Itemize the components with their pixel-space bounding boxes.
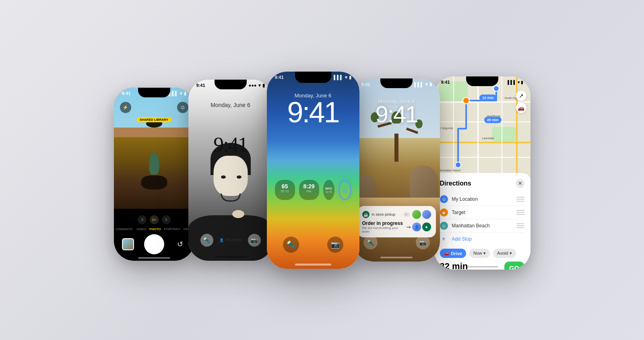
zoom-1x[interactable]: 1×	[150, 215, 159, 224]
personal-text: Personal	[225, 238, 241, 242]
wifi-icon: ▾	[518, 80, 520, 84]
go-button[interactable]: GO	[504, 262, 524, 270]
flashlight-icon[interactable]: 🔦	[283, 237, 299, 253]
flashlight-icon[interactable]: 🔦	[363, 235, 378, 249]
battery-icon: ▮	[349, 75, 351, 80]
status-icons: ▌▌▌ ▾ ▮	[508, 80, 523, 84]
shared-library-badge[interactable]: SHARED LIBRARY	[136, 117, 171, 122]
flip-camera-icon[interactable]: ↺	[174, 238, 186, 250]
home-indicator	[466, 266, 498, 268]
drive-label: Drive	[451, 251, 462, 256]
camera-top-icons: ⚡ SHARED LIBRARY ⊙	[114, 102, 194, 113]
now-button[interactable]: Now ▾	[469, 249, 490, 258]
time-widget[interactable]: 8:29 PM	[299, 180, 319, 200]
directions-panel: Directions ✕ ⊙ My Location ◉ Targ	[434, 173, 530, 270]
phones-container: 9:41 ▌▌▌ ▾ ▮ ⚡ SHARED LIBRARY ⊙	[90, 54, 555, 286]
map-area[interactable]: Hawthorne South Inglewood Lawndale Manha…	[434, 76, 530, 177]
battery-icon: ▮	[184, 91, 186, 96]
mode-video[interactable]: VIDEO	[136, 227, 146, 231]
phone-camera: 9:41 ▌▌▌ ▾ ▮ ⚡ SHARED LIBRARY ⊙	[114, 88, 194, 261]
car-mode-icon[interactable]: 🚗	[516, 103, 526, 113]
status-time: 9:41	[122, 91, 131, 96]
settings-icon[interactable]: ⊙	[177, 102, 188, 113]
shutter-row: ↺	[114, 234, 194, 254]
mode-portrait[interactable]: PORTRAIT	[164, 227, 180, 231]
lock-date: Monday, June 6	[188, 102, 273, 108]
flash-icon[interactable]: ⚡	[120, 102, 131, 113]
signal-icon: ▌▌▌	[169, 91, 178, 96]
directions-row-add-stop[interactable]: + Add Stop	[440, 233, 524, 245]
flashlight-icon[interactable]: 🔦	[200, 234, 213, 247]
phone-colorful-lock: 9:41 ▌▌▌ ▾ ▮ Monday, June 6 9:41 65 55 7…	[267, 72, 359, 269]
notch	[138, 88, 170, 97]
zoom-half[interactable]: .5	[138, 215, 147, 224]
shutter-button[interactable]	[144, 234, 164, 254]
home-indicator	[215, 256, 247, 258]
lock-time: 9:41	[267, 98, 359, 127]
drag-handle[interactable]	[516, 223, 524, 229]
now-chevron: ▾	[483, 251, 486, 256]
activity-icon: ◎	[342, 186, 348, 194]
total-time: 32 min	[440, 261, 468, 270]
zoom-3x[interactable]: 3	[162, 215, 171, 224]
drag-handle[interactable]	[516, 196, 524, 202]
status-time: 9:41	[361, 82, 370, 87]
profile-icon[interactable]: 👤	[412, 223, 421, 231]
destination-icon: ◎	[440, 222, 448, 230]
nyc-clock-widget[interactable]: NYC 12:41	[323, 180, 335, 200]
route-options: 🚗 Drive Now ▾ Avoid ▾	[440, 249, 524, 258]
maps-screen: 9:41 ▌▌▌ ▾ ▮	[434, 76, 530, 270]
notification-app: In store pickup	[372, 212, 396, 216]
drive-button[interactable]: 🚗 Drive	[440, 249, 466, 258]
camera-icon[interactable]: 📷	[416, 235, 430, 249]
directions-row-location[interactable]: ⊙ My Location	[440, 193, 524, 206]
mode-photo[interactable]: PHOTO	[149, 227, 161, 231]
notch	[215, 80, 247, 89]
desert-landscape	[353, 78, 440, 198]
temp-range: 55 72	[281, 190, 289, 193]
wifi-icon: ▾	[345, 75, 347, 80]
now-label: Now	[473, 251, 482, 256]
lock-time: 9:41	[353, 103, 440, 126]
camera-icon[interactable]: 📷	[248, 234, 261, 247]
notification-header: ☕ In store pickup ▸	[362, 210, 431, 219]
starbucks-notification: ☕ In store pickup ▸ Order in progress We…	[357, 206, 436, 237]
directions-row-target[interactable]: ◉ Target	[440, 206, 524, 219]
add-icon: +	[440, 235, 448, 243]
order-text: Order in progress We are handcrafting yo…	[362, 220, 406, 233]
activity-widget[interactable]: ◎	[339, 180, 351, 200]
directions-row-destination[interactable]: ◎ Manhattan Beach	[440, 219, 524, 233]
avatar-2	[422, 210, 431, 219]
route-time-badge-1: 12 min	[479, 95, 497, 101]
mode-cinematic[interactable]: CINEMATIC	[116, 227, 133, 231]
phone-desert-lock: 9:41 ▌▌▌ ▾ ▮ Monday, June 6 9:41 ☕ In st…	[353, 78, 440, 262]
starbucks-action-icon[interactable]: ★	[422, 223, 431, 231]
home-indicator	[380, 257, 413, 258]
time-display: 9:41	[188, 134, 273, 155]
location-icon[interactable]: ⇝	[406, 224, 411, 230]
camera-thumbnail[interactable]	[122, 238, 134, 250]
phone-maps: 9:41 ▌▌▌ ▾ ▮	[434, 76, 530, 270]
status-icons: ▌▌▌ ▾ ▮	[414, 82, 431, 87]
nyc-label: NYC	[325, 187, 332, 190]
wifi-icon: ▾	[425, 82, 428, 87]
camera-screen: 9:41 ▌▌▌ ▾ ▮ ⚡ SHARED LIBRARY ⊙	[114, 88, 194, 261]
target-label: Target	[452, 210, 512, 215]
wifi-icon: ▾	[258, 83, 261, 88]
weather-widget[interactable]: 65 55 72	[275, 180, 295, 200]
order-info: Order in progress We are handcrafting yo…	[362, 220, 431, 233]
camera-icon[interactable]: 📷	[327, 237, 343, 253]
avoid-button[interactable]: Avoid ▾	[493, 249, 516, 258]
home-indicator	[295, 264, 331, 266]
bw-lock-screen: 9:41 ●●● ▾ ▮	[188, 80, 273, 261]
notch	[380, 78, 413, 88]
personal-label: 👤 Personal	[219, 238, 241, 242]
map-label-manhattan: Manhattan Beach	[439, 169, 461, 172]
compass-icon[interactable]: ↗	[516, 91, 526, 101]
signal-icon: ▌▌▌	[508, 80, 516, 84]
drag-handle[interactable]	[516, 209, 524, 216]
battery-icon: ▮	[262, 83, 265, 88]
close-button[interactable]: ✕	[516, 179, 524, 188]
time-distance: 32 min 9.7 mi · 1 stop	[440, 261, 468, 270]
add-stop-label: Add Stop	[452, 236, 472, 242]
